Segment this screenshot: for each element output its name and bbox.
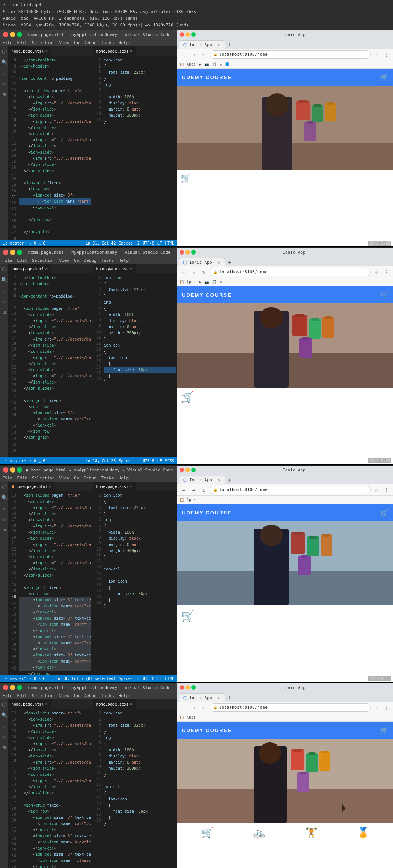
menu-go-4[interactable]: Go	[74, 693, 79, 698]
menu-file-4[interactable]: File	[2, 693, 13, 698]
tab-close-3[interactable]: ×	[49, 484, 51, 489]
forward-btn-1[interactable]: →	[190, 50, 198, 59]
tab-close-4[interactable]: ×	[45, 701, 48, 707]
min-btn-2[interactable]	[10, 250, 15, 255]
menu-edit[interactable]: Edit	[17, 40, 28, 45]
address-bar-4[interactable]: 🔒 localhost:8100/home	[210, 703, 371, 712]
browser-max-2[interactable]	[191, 250, 196, 255]
menu-btn-4[interactable]: ⋮	[382, 703, 391, 712]
explorer-icon[interactable]: ⬡	[1, 48, 8, 55]
html-tab-3[interactable]: home.page.html ×	[8, 482, 55, 491]
bookmark-5[interactable]: 📘	[225, 62, 230, 66]
new-tab-btn-3[interactable]: +	[225, 476, 233, 484]
refresh-btn-4[interactable]: ↻	[200, 703, 208, 712]
min-btn[interactable]	[10, 32, 15, 37]
menu-edit-2[interactable]: Edit	[17, 258, 28, 263]
extensions-icon-4[interactable]: ⊞	[1, 744, 8, 751]
bookmark-btn-3[interactable]: ☆	[372, 486, 381, 494]
close-btn[interactable]	[3, 32, 8, 37]
back-btn-3[interactable]: ←	[180, 486, 188, 494]
menu-edit-4[interactable]: Edit	[17, 693, 28, 698]
scss-tab-close-2[interactable]: ×	[130, 266, 132, 271]
menu-go-2[interactable]: Go	[74, 258, 79, 263]
menu-help-3[interactable]: Help	[119, 476, 129, 481]
max-btn[interactable]	[17, 32, 22, 37]
refresh-btn-1[interactable]: ↻	[200, 50, 208, 59]
bookmark-2[interactable]: 📷	[204, 62, 209, 66]
menu-go[interactable]: Go	[74, 40, 79, 45]
browser-tab-ionic-4[interactable]: ⬡ Ionic App ×	[179, 693, 225, 702]
menu-selection-4[interactable]: Selection	[32, 693, 55, 698]
bookmark-b1[interactable]: ▶	[199, 280, 201, 284]
menu-tasks-4[interactable]: Tasks	[101, 693, 114, 698]
browser-min-1[interactable]	[185, 32, 190, 37]
bookmark-1[interactable]: ▶	[199, 62, 201, 66]
menu-view[interactable]: View	[59, 40, 70, 45]
browser-tab-close-4[interactable]: ×	[218, 695, 221, 701]
menu-file-2[interactable]: File	[2, 258, 13, 263]
git-icon-3[interactable]: ⑂	[1, 505, 8, 512]
menu-debug-4[interactable]: Debug	[84, 693, 96, 698]
git-icon-2[interactable]: ⑂	[1, 287, 8, 294]
forward-btn-3[interactable]: →	[190, 486, 198, 494]
menu-view-3[interactable]: View	[59, 476, 70, 481]
bookmark-btn-1[interactable]: ☆	[372, 50, 381, 59]
address-bar-3[interactable]: 🔒 localhost:8100/home	[210, 486, 371, 494]
browser-tab-ionic-2[interactable]: ⬡ Ionic App ×	[179, 258, 225, 266]
new-tab-btn-1[interactable]: +	[225, 40, 233, 49]
menu-help-4[interactable]: Help	[119, 693, 129, 698]
debug-icon-3[interactable]: ▷	[1, 516, 8, 522]
menu-selection[interactable]: Selection	[32, 40, 55, 45]
menu-edit-3[interactable]: Edit	[17, 476, 28, 481]
max-btn-3[interactable]	[17, 467, 22, 473]
refresh-btn-2[interactable]: ↻	[200, 268, 208, 276]
extensions-icon-3[interactable]: ⊞	[1, 526, 8, 533]
bookmark-b4[interactable]: ✉	[220, 280, 222, 284]
menu-view-4[interactable]: View	[59, 693, 70, 698]
browser-close-1[interactable]	[180, 32, 184, 37]
browser-max-4[interactable]	[191, 685, 196, 690]
debug-icon-2[interactable]: ▷	[1, 298, 8, 305]
max-btn-4[interactable]	[17, 685, 22, 690]
git-icon-4[interactable]: ⑂	[1, 723, 8, 729]
min-btn-4[interactable]	[10, 685, 15, 690]
menu-debug[interactable]: Debug	[84, 40, 96, 45]
scss-tab-close-3[interactable]: ×	[130, 484, 132, 489]
menu-debug-2[interactable]: Debug	[84, 258, 96, 263]
browser-min-3[interactable]	[185, 468, 190, 472]
close-btn-3[interactable]	[3, 467, 8, 473]
back-btn-2[interactable]: ←	[180, 268, 188, 276]
scss-tab-1[interactable]: home.page.scss ×	[93, 46, 136, 56]
html-tab-4[interactable]: home.page.html ×	[8, 699, 51, 709]
search-icon-4[interactable]: 🔍	[1, 712, 8, 719]
cart-icon-1[interactable]: 🛒	[380, 73, 388, 81]
menu-help-2[interactable]: Help	[119, 258, 129, 263]
back-btn-4[interactable]: ←	[180, 703, 188, 712]
address-bar-1[interactable]: 🔒 localhost:8100/home	[210, 50, 371, 59]
menu-go-3[interactable]: Go	[74, 476, 79, 481]
browser-tab-ionic-1[interactable]: ⬡ Ionic App ×	[179, 40, 225, 49]
search-icon-3[interactable]: 🔍	[1, 494, 8, 501]
html-tab-1[interactable]: home.page.html ×	[8, 46, 51, 56]
browser-tab-ionic-3[interactable]: ⬡ Ionic App ×	[179, 476, 225, 484]
bookmark-4[interactable]: ✉	[220, 62, 222, 66]
debug-icon[interactable]: ▷	[1, 80, 8, 87]
browser-min-4[interactable]	[185, 685, 190, 690]
bookmark-b3[interactable]: 🎵	[212, 280, 216, 284]
menu-tasks-3[interactable]: Tasks	[101, 476, 114, 481]
address-bar-2[interactable]: 🔒 localhost:8100/home	[210, 268, 371, 276]
tab-close[interactable]: ×	[45, 48, 48, 54]
scss-tab-close[interactable]: ×	[130, 48, 132, 54]
close-btn-4[interactable]	[3, 685, 8, 690]
explorer-icon-3[interactable]: ⬡	[1, 483, 8, 490]
cart-icon-3[interactable]: 🛒	[380, 509, 388, 517]
browser-tab-close-3[interactable]: ×	[218, 478, 221, 483]
browser-min-2[interactable]	[185, 250, 190, 255]
menu-btn-2[interactable]: ⋮	[382, 268, 391, 276]
new-tab-btn-2[interactable]: +	[225, 258, 233, 266]
browser-close-2[interactable]	[180, 250, 184, 255]
bookmark-b2[interactable]: 📷	[204, 280, 209, 284]
menu-selection-3[interactable]: Selection	[32, 476, 55, 481]
new-tab-btn-4[interactable]: +	[225, 693, 233, 702]
menu-tasks-2[interactable]: Tasks	[101, 258, 114, 263]
